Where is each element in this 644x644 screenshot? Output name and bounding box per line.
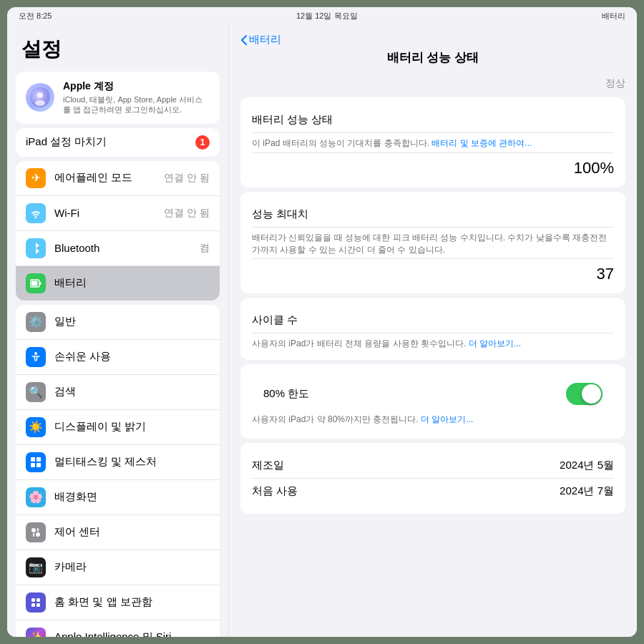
svg-rect-13 <box>37 528 39 532</box>
performance-value: 37 <box>597 265 614 283</box>
battery-icon <box>26 273 46 293</box>
display-icon: ☀️ <box>26 417 46 437</box>
toggle-80-row: 80% 한도 <box>252 374 614 414</box>
svg-rect-15 <box>31 598 35 602</box>
svg-rect-17 <box>31 603 35 607</box>
airplane-icon: ✈ <box>26 168 46 188</box>
setup-item[interactable]: iPad 설정 마치기 1 <box>16 128 220 157</box>
svg-rect-18 <box>36 603 40 607</box>
siri-label: Apple Intelligence 및 Siri <box>54 630 210 637</box>
svg-point-12 <box>36 532 40 537</box>
homescreen-label: 홈 화면 및 앱 보관함 <box>54 595 210 609</box>
sidebar-title: 설정 <box>7 30 228 67</box>
detail-panel: 배터리 배터리 성능 상태 정상 배터리 성능 상태 이 iPad 배터리의 성… <box>229 24 637 637</box>
airplane-label: 에어플레인 모드 <box>54 171 155 185</box>
firstuse-label: 처음 사용 <box>252 484 298 498</box>
svg-rect-7 <box>31 457 35 462</box>
toggle-80-desc: 사용자의 iPad가 약 80%까지만 충전됩니다. 더 알아보기... <box>252 414 614 429</box>
sidebar-item-accessibility[interactable]: 손쉬운 사용 <box>16 340 220 375</box>
detail-nav: 배터리 <box>229 24 637 49</box>
sidebar-item-controlcenter[interactable]: 제어 센터 <box>16 515 220 550</box>
sidebar-item-bluetooth[interactable]: Bluetooth 켬 <box>16 231 220 266</box>
apple-account-desc: iCloud, 태블릿, App Store, Apple 서비스를 앱 접근하… <box>63 94 210 115</box>
display-label: 디스플레이 및 밝기 <box>54 420 210 434</box>
manufacture-value: 2024년 5월 <box>560 459 614 472</box>
apple-account-text: Apple 계정 iCloud, 태블릿, App Store, Apple 서… <box>63 80 210 115</box>
sidebar-item-siri[interactable]: ✨ Apple Intelligence 및 Siri <box>16 620 220 637</box>
toggle-80-label: 80% 한도 <box>263 387 309 401</box>
battery-label: 배터리 <box>54 276 210 290</box>
svg-rect-5 <box>40 282 42 285</box>
back-button[interactable]: 배터리 <box>240 33 281 47</box>
toggle-80-switch[interactable] <box>566 383 602 405</box>
bluetooth-value: 켬 <box>200 242 210 255</box>
performance-card: 성능 최대치 배터리가 신뢰있을을 때 성능에 대한 피크 배터리 성능 수치입… <box>240 192 625 294</box>
firstuse-row: 처음 사용 2024년 7월 <box>252 479 614 504</box>
cycle-desc: 사용자의 iPad가 배터리 전체 용량을 사용한 횟수입니다. 더 알아보기.… <box>252 338 614 350</box>
manufacture-row: 제조일 2024년 5월 <box>252 453 614 479</box>
sidebar-item-search[interactable]: 🔍 검색 <box>16 375 220 410</box>
battery-health-row: 배터리 성능 상태 <box>252 107 614 133</box>
performance-desc: 배터리가 신뢰있을을 때 성능에 대한 피크 배터리 성능 수치입니다. 수치가… <box>252 232 614 256</box>
sidebar-item-general[interactable]: ⚙️ 일반 <box>16 305 220 340</box>
wallpaper-icon: 🌸 <box>26 487 46 507</box>
performance-label: 성능 최대치 <box>252 208 308 221</box>
back-label: 배터리 <box>249 33 281 47</box>
status-battery: 배터리 <box>602 11 625 21</box>
airplane-value: 연결 안 됨 <box>164 172 210 185</box>
connectivity-group: ✈ 에어플레인 모드 연결 안 됨 Wi-Fi 연결 안 됨 <box>16 161 220 301</box>
general-group: ⚙️ 일반 손쉬운 사용 🔍 검색 <box>16 305 220 637</box>
svg-point-2 <box>35 100 45 106</box>
apple-account-item[interactable]: Apple 계정 iCloud, 태블릿, App Store, Apple 서… <box>16 72 220 124</box>
svg-rect-10 <box>36 463 41 467</box>
svg-point-11 <box>31 528 36 532</box>
svg-point-1 <box>37 92 43 98</box>
battery-health-desc: 이 iPad 배터리의 성능이 기대치를 충족합니다. 배터리 및 보증에 관하… <box>252 137 614 150</box>
search-icon: 🔍 <box>26 382 46 402</box>
setup-badge: 1 <box>195 135 210 150</box>
sidebar-item-wallpaper[interactable]: 🌸 배경화면 <box>16 480 220 515</box>
status-time: 오전 8:25 <box>19 11 52 21</box>
sidebar: 설정 <box>7 24 229 637</box>
svg-rect-4 <box>31 280 38 286</box>
wifi-value: 연결 안 됨 <box>164 207 210 220</box>
apple-account-name: Apple 계정 <box>63 80 210 93</box>
sidebar-item-airplane[interactable]: ✈ 에어플레인 모드 연결 안 됨 <box>16 161 220 196</box>
status-date: 12월 12일 목요일 <box>296 11 358 21</box>
detail-title: 배터리 성능 상태 <box>229 49 637 74</box>
controlcenter-icon <box>26 522 46 542</box>
apple-account-icon <box>26 83 54 112</box>
svg-rect-14 <box>33 533 34 537</box>
battery-percent-value: 100% <box>574 159 614 177</box>
search-label: 검색 <box>54 385 210 399</box>
sidebar-item-homescreen[interactable]: 홈 화면 및 앱 보관함 <box>16 585 220 620</box>
siri-icon: ✨ <box>26 628 46 637</box>
camera-icon: 📷 <box>26 557 46 577</box>
accessibility-icon <box>26 347 46 367</box>
setup-banner[interactable]: iPad 설정 마치기 1 <box>16 128 220 157</box>
sidebar-item-multitasking[interactable]: 멀티태스킹 및 제스처 <box>16 445 220 480</box>
sidebar-item-wifi[interactable]: Wi-Fi 연결 안 됨 <box>16 196 220 231</box>
bluetooth-label: Bluetooth <box>54 242 191 254</box>
wallpaper-label: 배경화면 <box>54 490 210 504</box>
svg-rect-16 <box>36 598 40 602</box>
camera-label: 카메라 <box>54 560 210 574</box>
homescreen-icon <box>26 592 46 613</box>
toggle-thumb <box>582 384 601 404</box>
sidebar-item-camera[interactable]: 📷 카메라 <box>16 550 220 585</box>
general-label: 일반 <box>54 315 210 328</box>
sidebar-item-battery[interactable]: 배터리 <box>16 266 220 301</box>
svg-rect-9 <box>31 463 35 467</box>
cycle-label: 사이클 수 <box>252 313 298 327</box>
accessibility-label: 손쉬운 사용 <box>54 350 210 364</box>
setup-label: iPad 설정 마치기 <box>26 135 187 149</box>
multitasking-icon <box>26 452 46 472</box>
svg-point-6 <box>34 352 37 355</box>
general-icon: ⚙️ <box>26 312 46 332</box>
firstuse-value: 2024년 7월 <box>560 484 614 498</box>
sidebar-item-display[interactable]: ☀️ 디스플레이 및 밝기 <box>16 410 220 445</box>
status-normal-label: 정상 <box>229 74 637 93</box>
dates-card: 제조일 2024년 5월 처음 사용 2024년 7월 <box>240 443 625 514</box>
wifi-label: Wi-Fi <box>54 207 155 219</box>
ipad-screen: 오전 8:25 12월 12일 목요일 배터리 설정 <box>7 7 637 637</box>
